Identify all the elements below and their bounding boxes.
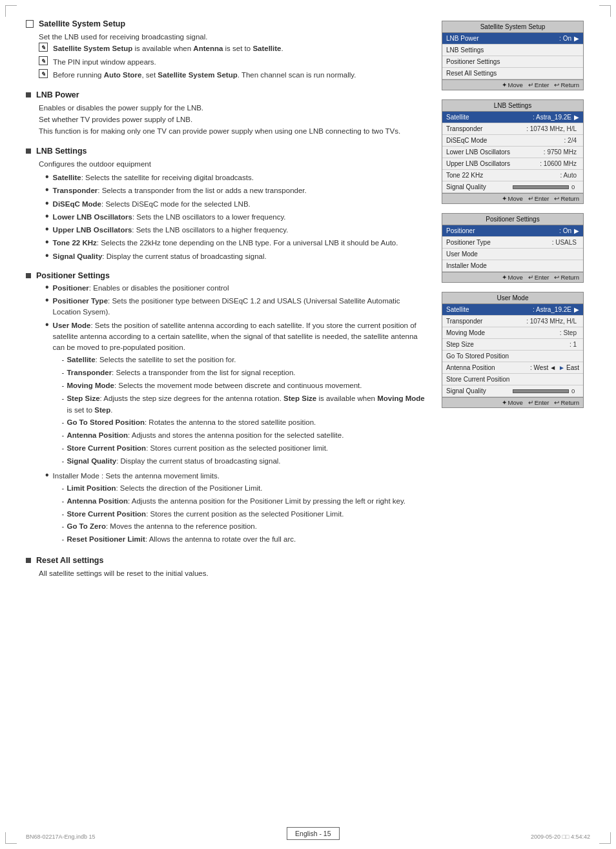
row-label: Satellite — [446, 114, 533, 121]
nav-enter: ↵ Enter — [528, 274, 549, 281]
panel-nav-lnb: ✦ Move ↵ Enter ↩ Return — [442, 193, 583, 203]
lnb-settings-list: • Satellite: Selects the satellite for r… — [45, 172, 429, 262]
note-icon-3: ✎ — [39, 69, 48, 78]
list-text: Lower LNB Oscillators: Sets the LNB osci… — [53, 212, 286, 223]
heading-positioner-settings: Positioner Settings — [36, 271, 110, 280]
footer: BN68-02217A-Eng.indb 15 English - 15 200… — [0, 827, 616, 840]
ant-label: Antenna Position — [446, 364, 530, 371]
signal-track — [513, 185, 569, 189]
row-label: Go To Stored Position — [446, 353, 579, 360]
sub-item-store-current: - Store Current Position: Stores current… — [62, 443, 429, 455]
row-value: : 9750 MHz — [544, 148, 577, 156]
dash: - — [62, 456, 65, 467]
installer-sub-list: - Limit Position: Selects the direction … — [62, 483, 406, 546]
sub-text: Store Current Position: Stores the curre… — [67, 509, 344, 520]
panel-row-satellite: Satellite : Astra_19.2E ▶ — [442, 112, 583, 123]
panel-row-positioner: Positioner : On ▶ — [442, 225, 583, 237]
row-value: : Step — [560, 329, 577, 336]
page-wrapper: Satellite System Setup Set the LNB used … — [0, 0, 616, 849]
row-label: Store Current Position — [446, 376, 579, 383]
bullet-dot: • — [45, 211, 49, 221]
list-item-satellite: • Satellite: Selects the satellite for r… — [45, 172, 429, 183]
bullet-positioner — [26, 273, 31, 278]
row-value: : On — [559, 35, 571, 42]
section-positioner-settings: Positioner Settings — [26, 271, 429, 280]
sub-text: Go To Zero: Moves the antenna to the ref… — [67, 521, 256, 533]
panel-row-installer-mode: Installer Mode — [442, 260, 583, 272]
nav-return: ↩ Return — [554, 274, 579, 281]
footer-left: BN68-02217A-Eng.indb 15 — [26, 834, 96, 840]
nav-label-enter: Enter — [535, 81, 549, 88]
nav-move: ✦ Move — [502, 399, 523, 406]
body-text: Set the LNB used for receiving broadcast… — [39, 31, 429, 43]
nav-return: ↩ Return — [554, 399, 579, 406]
inst-item-reset-limit: - Reset Positioner Limit: Allows the ant… — [62, 534, 406, 546]
body-lnb-settings: Configures the outdoor equipment • Satel… — [39, 158, 429, 262]
pos-item-user-mode: • User Mode: Sets the position of satell… — [45, 320, 429, 469]
row-label: Positioner — [446, 227, 559, 234]
user-mode-content: User Mode: Sets the position of satellit… — [53, 320, 429, 469]
panel-row-lower-lnb: Lower LNB Oscillators : 9750 MHz — [442, 147, 583, 158]
row-arrow: ▶ — [574, 35, 579, 42]
section-reset-all: Reset All settings — [26, 556, 429, 565]
panel-row-moving-mode: Moving Mode : Step — [442, 327, 583, 339]
signal-value: 0 — [571, 183, 579, 190]
nav-label-move: Move — [508, 81, 523, 88]
list-item-lower-lnb: • Lower LNB Oscillators: Sets the LNB os… — [45, 212, 429, 223]
bullet-reset — [26, 558, 31, 563]
positioner-list: • Positioner: Enables or disables the po… — [45, 283, 429, 547]
nav-move: ✦ Move — [502, 81, 523, 88]
row-label: Tone 22 KHz — [446, 172, 560, 179]
panel-nav-satellite: ✦ Move ↵ Enter ↩ Return — [442, 79, 583, 90]
list-item-upper-lnb: • Upper LNB Oscillators: Sets the LNB os… — [45, 225, 429, 236]
nav-move: ✦ Move — [502, 195, 523, 202]
row-arrow: ▶ — [574, 114, 579, 121]
panel-row-store-current: Store Current Position — [442, 374, 583, 385]
ant-arrow-left: ◄ — [549, 364, 556, 371]
row-value: : 1 — [570, 341, 577, 348]
section-lnb-power: LNB Power — [26, 90, 429, 99]
corner-mark-tl — [5, 5, 17, 17]
pos-item-positioner: • Positioner: Enables or disables the po… — [45, 283, 429, 294]
panel-row-positioner-type: Positioner Type : USALS — [442, 237, 583, 249]
return-icon: ↩ — [554, 274, 559, 281]
panel-row-transponder: Transponder : 10743 MHz, H/L — [442, 123, 583, 135]
row-label: Reset All Settings — [446, 70, 579, 77]
user-mode-sub-list: - Satellite: Selects the satellite to se… — [62, 354, 429, 467]
panel-row-signal-quality-lnb: Signal Quality 0 — [442, 181, 583, 193]
body-lnb-power: Enables or disables the power supply for… — [39, 102, 429, 138]
panel-title-satellite-system-setup: Satellite System Setup — [442, 21, 583, 33]
list-item-tone22: • Tone 22 KHz: Selects the 22kHz tone de… — [45, 238, 429, 249]
list-text: Upper LNB Oscillators: Sets the LNB osci… — [53, 225, 289, 236]
enter-icon: ↵ — [528, 399, 533, 406]
note-text-1: Satellite System Setup is available when… — [53, 43, 283, 54]
nav-label-move: Move — [508, 274, 523, 281]
row-value: : On — [559, 227, 571, 234]
section-satellite-system-setup: Satellite System Setup — [26, 19, 429, 28]
panel-row-positioner-settings: Positioner Settings — [442, 56, 583, 68]
note-icon-1: ✎ — [39, 43, 48, 52]
installer-mode-content: Installer Mode : Sets the antenna moveme… — [53, 471, 406, 547]
row-value: : 10600 MHz — [540, 160, 577, 167]
pos-item-installer-mode: • Installer Mode : Sets the antenna move… — [45, 471, 429, 547]
sub-item-satellite: - Satellite: Selects the satellite to se… — [62, 354, 429, 366]
panel-row-signal-quality-um: Signal Quality 0 — [442, 385, 583, 397]
list-text: Signal Quality: Display the current stat… — [53, 251, 267, 262]
return-icon: ↩ — [554, 399, 559, 406]
list-text: Positioner Type: Sets the positioner typ… — [53, 296, 429, 318]
panel-row-diseqc: DiSEqC Mode : 2/4 — [442, 135, 583, 147]
sub-item-goto-stored: - Go To Stored Position: Rotates the ant… — [62, 417, 429, 429]
note-2: ✎ The PIN input window appears. — [39, 56, 429, 68]
note-text-2: The PIN input window appears. — [53, 56, 156, 68]
panel-row-lnb-power: LNB Power : On ▶ — [442, 33, 583, 45]
panel-row-reset-all-settings: Reset All Settings — [442, 68, 583, 79]
panel-title-positioner: Positioner Settings — [442, 214, 583, 225]
signal-bar-um: 0 — [513, 387, 579, 394]
main-layout: Satellite System Setup Set the LNB used … — [26, 19, 590, 583]
row-label: Transponder — [446, 318, 526, 325]
return-icon: ↩ — [554, 195, 559, 202]
panel-row-goto-stored: Go To Stored Position — [442, 351, 583, 362]
row-value: : Astra_19.2E — [533, 306, 571, 313]
page-number: English - 15 — [287, 827, 339, 840]
row-label: Transponder — [446, 125, 526, 132]
